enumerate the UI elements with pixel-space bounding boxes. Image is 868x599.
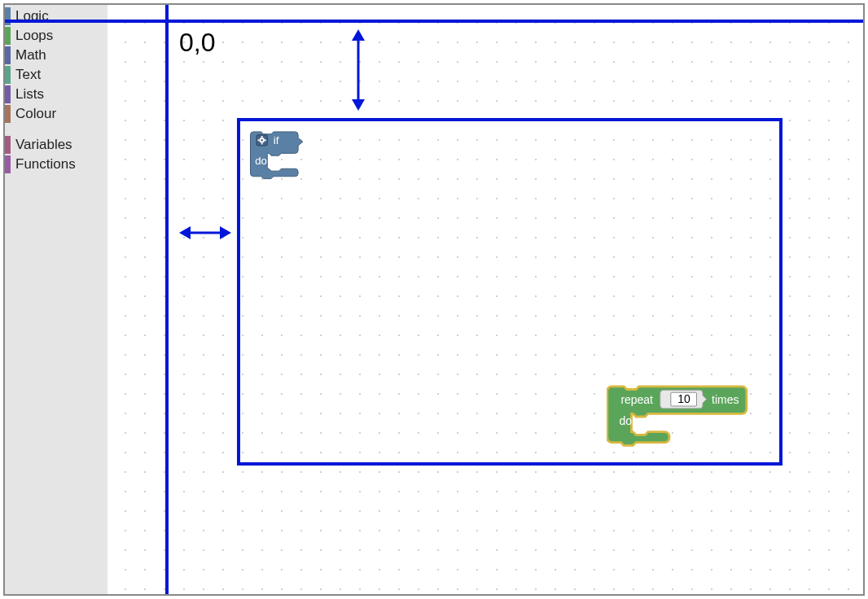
repeat-label: repeat bbox=[620, 393, 653, 406]
svg-point-8 bbox=[261, 139, 262, 141]
repeat-count-value: 10 bbox=[677, 392, 690, 405]
svg-rect-9 bbox=[261, 136, 263, 138]
annotation-axis-vertical bbox=[165, 5, 169, 594]
svg-rect-12 bbox=[265, 139, 266, 141]
category-label: Colour bbox=[15, 106, 56, 122]
color-swatch bbox=[5, 27, 11, 45]
category-lists[interactable]: Lists bbox=[5, 85, 107, 104]
color-swatch bbox=[5, 136, 11, 154]
toolbox-sidebar: Logic Loops Math Text Lists Colour bbox=[5, 5, 107, 594]
do-label: do bbox=[255, 155, 267, 167]
category-variables[interactable]: Variables bbox=[5, 135, 107, 155]
category-colour[interactable]: Colour bbox=[5, 104, 107, 124]
category-loops[interactable]: Loops bbox=[5, 26, 107, 46]
category-label: Loops bbox=[15, 28, 53, 44]
svg-marker-5 bbox=[220, 226, 231, 239]
editor-frame: Logic Loops Math Text Lists Colour bbox=[3, 3, 865, 596]
svg-rect-11 bbox=[257, 139, 259, 141]
category-math[interactable]: Math bbox=[5, 46, 107, 65]
category-label: Math bbox=[15, 47, 46, 63]
category-logic[interactable]: Logic bbox=[5, 7, 107, 26]
times-label: times bbox=[712, 393, 739, 406]
category-label: Variables bbox=[15, 137, 72, 153]
repeat-count-field[interactable]: 10 bbox=[660, 390, 707, 408]
category-text[interactable]: Text bbox=[5, 65, 107, 85]
origin-label: 0,0 bbox=[179, 28, 215, 58]
category-label: Lists bbox=[15, 86, 44, 103]
svg-marker-4 bbox=[179, 226, 191, 239]
if-label: if bbox=[274, 134, 279, 146]
do-label: do bbox=[620, 414, 633, 427]
color-swatch bbox=[5, 105, 11, 123]
category-label: Functions bbox=[15, 156, 76, 173]
annotation-arrow-horizontal bbox=[179, 223, 231, 243]
category-functions[interactable]: Functions bbox=[5, 155, 107, 174]
category-label: Text bbox=[15, 67, 41, 83]
color-swatch bbox=[5, 66, 11, 84]
color-swatch bbox=[5, 46, 11, 64]
color-swatch bbox=[5, 85, 11, 103]
svg-marker-2 bbox=[352, 99, 365, 111]
annotation-axis-horizontal bbox=[5, 20, 863, 23]
annotation-arrow-vertical bbox=[349, 29, 368, 111]
workspace[interactable]: 0,0 if do bbox=[107, 5, 863, 594]
svg-rect-10 bbox=[261, 143, 263, 145]
block-if[interactable]: if do bbox=[249, 130, 322, 187]
color-swatch bbox=[5, 155, 11, 173]
block-repeat[interactable]: repeat 10 times do bbox=[607, 384, 753, 449]
svg-marker-1 bbox=[352, 29, 365, 41]
